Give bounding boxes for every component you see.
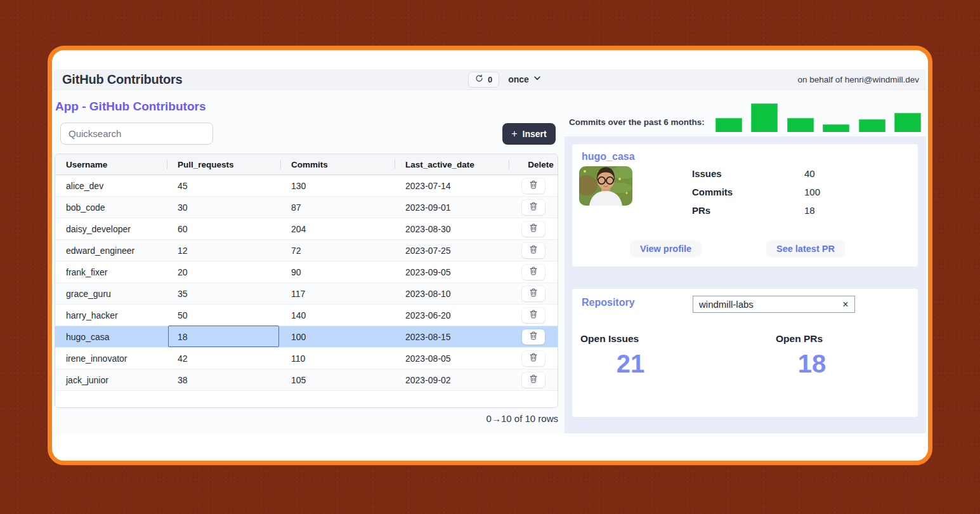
table-row[interactable]: harry_hacker 50 140 2023-06-20 [55,305,558,326]
cell-pull-requests[interactable]: 20 [167,261,280,282]
metric-value-open-issues: 21 [586,350,675,378]
cell-pull-requests[interactable]: 60 [167,218,280,239]
delete-row-button[interactable] [522,243,545,258]
delete-row-button[interactable] [522,351,545,366]
cell-last-active[interactable]: 2023-09-01 [395,197,509,218]
cell-last-active[interactable]: 2023-07-14 [395,175,509,196]
column-header-commits[interactable]: Commits [280,160,395,169]
trash-icon [530,331,537,342]
cell-delete [509,305,558,326]
column-header-pull-requests[interactable]: Pull_requests [167,160,280,169]
page-title: App - GitHub Contributors [55,100,206,114]
delete-row-button[interactable] [522,200,545,215]
cell-username[interactable]: alice_dev [55,175,167,196]
delete-row-button[interactable] [522,265,545,280]
delete-row-button[interactable] [522,221,545,237]
run-controls: 0 once [468,69,542,89]
plus-icon: + [511,129,517,139]
cell-commits[interactable]: 87 [280,197,395,218]
table-row[interactable]: edward_engineer 12 72 2023-07-25 [55,240,558,261]
stat-value-commits: 100 [804,187,820,197]
cell-delete [509,348,558,369]
app-window: GitHub Contributors 0 once on behalf of … [48,46,932,465]
cell-pull-requests[interactable]: 45 [167,175,280,196]
search-input[interactable] [60,122,213,145]
cell-commits[interactable]: 110 [280,348,395,369]
cell-username[interactable]: daisy_developer [55,218,167,239]
commit-bar [859,119,885,132]
cell-pull-requests[interactable]: 18 [167,326,280,347]
cell-username[interactable]: hugo_casa [55,326,167,347]
table-row[interactable]: jack_junior 38 105 2023-09-02 [55,369,558,391]
cell-commits[interactable]: 130 [280,175,395,196]
table-row[interactable]: hugo_casa 18 100 2023-08-15 [55,326,558,348]
cell-pull-requests[interactable]: 35 [167,283,280,304]
cell-commits[interactable]: 204 [280,218,395,239]
cell-pull-requests[interactable]: 12 [167,240,280,261]
view-profile-button[interactable]: View profile [630,241,702,257]
cell-commits[interactable]: 72 [280,240,395,261]
table-row[interactable]: alice_dev 45 130 2023-07-14 [55,175,558,197]
clear-input-icon[interactable]: × [839,297,852,312]
table-row[interactable]: grace_guru 35 117 2023-08-10 [55,283,558,305]
delete-row-button[interactable] [522,372,545,388]
rows-count-label: 0→10 of 10 rows [55,413,558,424]
column-header-last-active-date[interactable]: Last_active_date [395,160,509,169]
profile-card: hugo_casa [572,144,918,267]
cell-delete [509,261,558,282]
cell-last-active[interactable]: 2023-08-05 [395,348,509,369]
desktop-background: { "window": { "title": "GitHub Contribut… [0,0,980,514]
repository-input[interactable] [693,296,854,312]
cell-last-active[interactable]: 2023-09-05 [395,261,509,282]
cell-last-active[interactable]: 2023-08-15 [395,326,509,347]
cell-username[interactable]: jack_junior [55,369,167,390]
cell-commits[interactable]: 90 [280,261,395,282]
cell-username[interactable]: bob_code [55,197,167,218]
profile-username-link[interactable]: hugo_casa [582,151,635,162]
table-row[interactable]: irene_innovator 42 110 2023-08-05 [55,348,558,369]
cell-pull-requests[interactable]: 30 [167,197,280,218]
see-latest-pr-button[interactable]: See latest PR [766,241,845,257]
cell-last-active[interactable]: 2023-09-02 [395,369,509,390]
schedule-dropdown[interactable]: once [508,74,542,85]
cell-username[interactable]: frank_fixer [55,261,167,282]
cell-commits[interactable]: 140 [280,305,395,326]
cell-username[interactable]: grace_guru [55,283,167,304]
avatar [579,166,632,206]
schedule-value: once [508,74,529,84]
cell-commits[interactable]: 105 [280,369,395,390]
delete-row-button[interactable] [522,329,545,345]
cell-username[interactable]: irene_innovator [55,348,167,369]
cell-username[interactable]: harry_hacker [55,305,167,326]
cell-last-active[interactable]: 2023-08-30 [395,218,509,239]
cell-username[interactable]: edward_engineer [55,240,167,261]
cell-last-active[interactable]: 2023-06-20 [395,305,509,326]
delete-row-button[interactable] [522,178,545,194]
commit-bar [751,103,778,132]
cell-last-active[interactable]: 2023-07-25 [395,240,509,261]
detail-panel: hugo_casa [565,136,926,433]
delete-row-button[interactable] [522,286,545,301]
table-row[interactable]: bob_code 30 87 2023-09-01 [55,197,558,218]
cell-delete [509,218,558,239]
cell-commits[interactable]: 100 [280,326,395,347]
cell-pull-requests[interactable]: 42 [167,348,280,369]
cell-pull-requests[interactable]: 38 [167,369,280,390]
metric-value-open-prs: 18 [768,350,856,378]
column-header-username[interactable]: Username [55,160,167,169]
cell-commits[interactable]: 117 [280,283,395,304]
table-row[interactable]: daisy_developer 60 204 2023-08-30 [55,218,558,240]
cell-pull-requests[interactable]: 50 [167,305,280,326]
refresh-button[interactable]: 0 [468,72,499,88]
trash-icon [530,223,537,234]
top-bar: GitHub Contributors 0 once on behalf of … [54,69,926,90]
cell-last-active[interactable]: 2023-08-10 [395,283,509,304]
trash-icon [530,374,537,385]
metric-label-open-prs: Open PRs [776,333,823,345]
cell-delete [509,283,558,304]
insert-button[interactable]: + Insert [502,123,556,145]
stat-value-prs: 18 [804,205,815,216]
delete-row-button[interactable] [522,308,545,323]
table-body: alice_dev 45 130 2023-07-14 bob_code 30 … [55,175,558,391]
table-row[interactable]: frank_fixer 20 90 2023-09-05 [55,261,558,283]
